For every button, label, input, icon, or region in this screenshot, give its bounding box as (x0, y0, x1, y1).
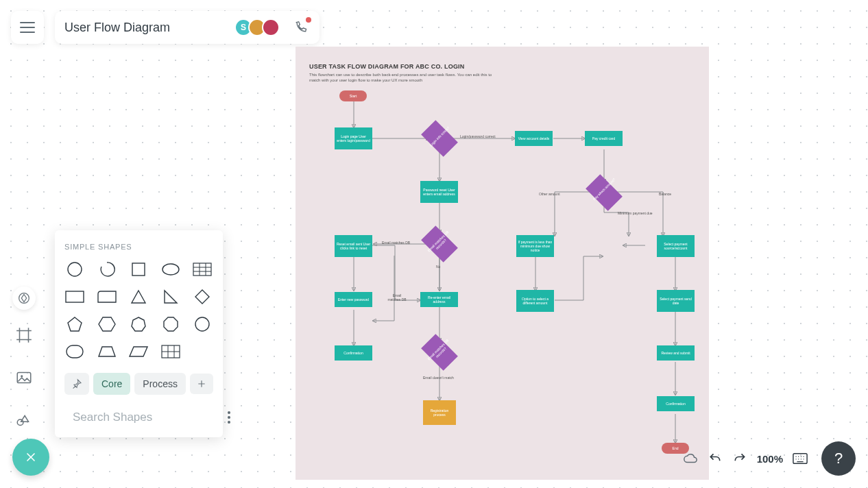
collaborator-avatars[interactable]: S (234, 19, 280, 36)
edge-label: Email matches DB (387, 293, 407, 302)
tab-process[interactable]: Process (134, 373, 186, 395)
more-options-button[interactable] (225, 408, 233, 426)
edge-label: Other amount (539, 192, 560, 196)
help-button[interactable]: ? (821, 441, 856, 476)
edge-label: Email doesn't match (423, 376, 454, 380)
svg-point-6 (162, 264, 179, 275)
svg-rect-1 (17, 372, 31, 382)
undo-icon (708, 452, 722, 465)
node-login-exists[interactable]: Login info exists? (424, 128, 455, 149)
shapes-tool-button[interactable] (12, 286, 36, 310)
title-bar: User Flow Diagram S (55, 11, 320, 44)
node-option-select[interactable]: Option to select a different amount (516, 290, 554, 312)
edge-label: Balance (659, 192, 671, 196)
node-confirmation2[interactable]: Confirmation (657, 396, 695, 411)
shape-square[interactable] (128, 260, 149, 278)
shape-table[interactable] (192, 260, 213, 278)
node-registration[interactable]: Registration process (423, 400, 456, 425)
svg-point-9 (195, 317, 209, 331)
sync-status-button[interactable] (683, 451, 698, 466)
node-review-submit[interactable]: Review and submit (657, 345, 695, 361)
node-reenter-email[interactable]: Re-enter email address (420, 292, 458, 307)
edge-label: Email matches DB (382, 241, 410, 245)
close-panel-button[interactable] (12, 439, 49, 476)
image-tool-button[interactable] (12, 366, 36, 389)
node-enter-new-pw[interactable]: Enter new password (335, 292, 372, 307)
frame-icon (15, 326, 33, 344)
node-email-matches[interactable]: Email matches DB records? (424, 234, 455, 254)
avatar[interactable] (262, 19, 280, 36)
diagram-icon (15, 411, 33, 429)
add-tab-button[interactable] (190, 374, 213, 394)
image-icon (15, 369, 33, 387)
close-icon (24, 450, 38, 464)
phone-icon (294, 21, 308, 34)
shape-empty (192, 343, 213, 361)
shape-octagon[interactable] (160, 315, 181, 333)
pin-icon (71, 378, 82, 389)
edge-label: Login/password correct (460, 134, 496, 138)
shape-ellipse[interactable] (160, 260, 181, 278)
zoom-level[interactable]: 100% (757, 453, 783, 465)
svg-rect-7 (193, 263, 211, 276)
node-login-page[interactable]: Login page User enters login/password (335, 127, 372, 149)
edge-label: Minimum payment due (618, 211, 653, 215)
svg-point-4 (68, 263, 82, 276)
node-if-less[interactable]: If payment is less than minimum due show… (516, 235, 554, 257)
diagram-tool-button[interactable] (12, 408, 36, 432)
shape-heptagon[interactable] (128, 315, 149, 333)
keyboard-icon (793, 452, 808, 465)
node-select-source[interactable]: Select payment source/account (657, 235, 695, 257)
call-button[interactable] (292, 19, 310, 36)
svg-rect-5 (132, 263, 145, 276)
shape-rect[interactable] (64, 288, 85, 306)
cloud-icon (683, 451, 698, 466)
hamburger-icon (20, 22, 35, 33)
shape-trapezoid[interactable] (97, 343, 117, 361)
shapes-icon (16, 291, 32, 306)
node-view-account[interactable]: View account details (515, 131, 553, 146)
shape-grid[interactable] (160, 343, 181, 361)
svg-rect-8 (66, 291, 84, 302)
node-pw-reset[interactable]: Password reset User enters email address (420, 181, 458, 203)
keyboard-shortcuts-button[interactable] (793, 451, 808, 466)
status-bar: 100% ? (683, 441, 856, 476)
main-menu-button[interactable] (11, 11, 44, 44)
undo-button[interactable] (708, 451, 723, 466)
node-confirmation[interactable]: Confirmation (335, 345, 372, 361)
edge-label: No (436, 265, 440, 269)
shape-rounded[interactable] (64, 343, 85, 361)
shape-circle[interactable] (64, 260, 85, 278)
shape-right-triangle[interactable] (160, 288, 181, 306)
shape-card[interactable] (97, 288, 117, 306)
shapes-panel: SIMPLE SHAPES Core Process (55, 230, 223, 437)
node-email-matches2[interactable]: Email matches DB records? (424, 342, 455, 363)
svg-rect-10 (67, 345, 83, 358)
diagram-artboard[interactable]: USER TASK FLOW DIAGRAM FOR ABC CO. LOGIN… (296, 47, 709, 480)
node-start[interactable]: Start (339, 90, 367, 101)
redo-button[interactable] (732, 451, 747, 466)
flow-connectors (296, 47, 709, 480)
redo-icon (733, 452, 747, 465)
document-title[interactable]: User Flow Diagram (64, 21, 228, 35)
search-shapes-input[interactable] (73, 411, 218, 424)
notification-dot (306, 17, 311, 23)
node-select-date[interactable]: Select payment send date (657, 290, 695, 312)
tab-core[interactable]: Core (93, 373, 130, 395)
frame-tool-button[interactable] (12, 324, 36, 347)
shape-pentagon[interactable] (64, 315, 85, 333)
shape-arc[interactable] (97, 260, 117, 278)
pin-tab-button[interactable] (64, 373, 89, 395)
shape-diamond[interactable] (192, 288, 213, 306)
shape-nonagon[interactable] (192, 315, 213, 333)
shapes-section-label: SIMPLE SHAPES (64, 243, 213, 251)
shape-hexagon[interactable] (97, 315, 117, 333)
node-reset-sent[interactable]: Reset email sent User clicks link to res… (335, 235, 372, 257)
plus-icon (197, 379, 206, 389)
node-pay-which[interactable]: Pay which amount? (588, 182, 620, 203)
shape-parallelogram[interactable] (128, 343, 149, 361)
node-pay-card[interactable]: Pay credit card (585, 131, 623, 146)
shape-triangle[interactable] (128, 288, 149, 306)
